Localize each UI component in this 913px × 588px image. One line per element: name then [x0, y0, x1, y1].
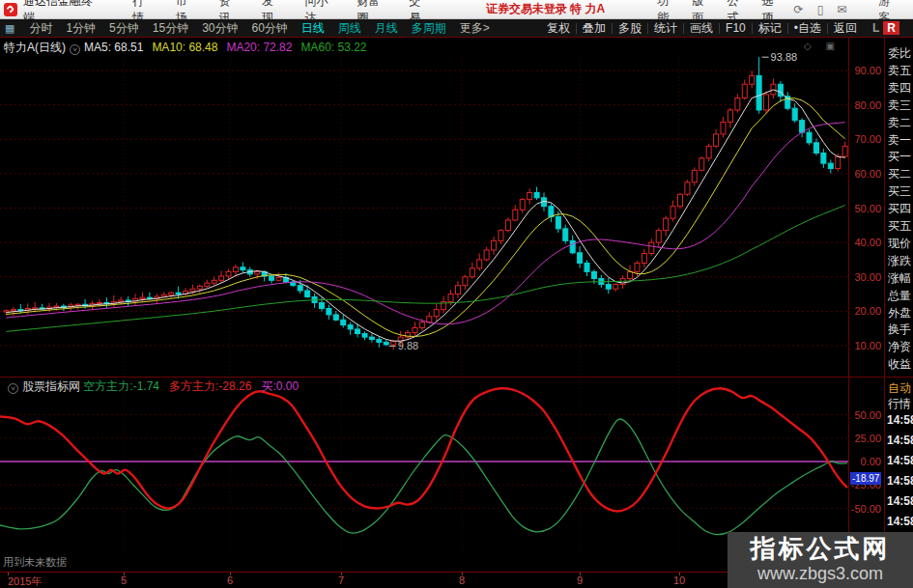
ma10-line: [7, 98, 845, 337]
price-tick-label: 30.00: [854, 271, 881, 283]
order-book-label-卖二: 卖二: [888, 115, 911, 131]
order-book-label-买三: 买三: [888, 183, 911, 200]
order-book-label-卖四: 卖四: [888, 80, 911, 97]
indicator-title-row: ˅股票指标网 空方主力:-1.74多方主力:-28.26买:0.00: [4, 378, 308, 395]
period-tab-60分钟[interactable]: 60分钟: [245, 20, 295, 37]
price-tick-label: 60.00: [854, 168, 881, 180]
main-candlestick-chart[interactable]: 93.889.88: [0, 51, 848, 377]
indicator-values: 空方主力:-1.74多方主力:-28.26买:0.00: [83, 379, 308, 393]
ma60-line: [7, 206, 845, 332]
indicator-tick-label: 0.00: [861, 456, 881, 467]
collapse-icon[interactable]: ˅: [70, 44, 80, 55]
indicator-chart[interactable]: [0, 379, 848, 555]
order-book-label-卖一: 卖一: [888, 132, 911, 149]
order-book-panel: 委比卖五卖四卖三卖二卖一买一买二买三买四买五现价涨跌涨幅总量外盘换手净资收益: [886, 38, 913, 377]
app-logo-icon[interactable]: [4, 3, 17, 16]
order-book-label-买一: 买一: [888, 149, 911, 165]
order-book-label-卖五: 卖五: [888, 63, 911, 79]
feed-time: 14:58: [887, 515, 913, 528]
low-annotation: 9.88: [398, 340, 418, 351]
short-side-line: [0, 419, 847, 535]
last-value-tag: -18.97: [850, 472, 881, 485]
ma-lines: [7, 90, 845, 341]
period-tab-1分钟[interactable]: 1分钟: [59, 20, 102, 37]
watermark-box: 指标公式网 www.zbgs3.com: [728, 532, 913, 588]
ma-label: MA60: 53.22: [300, 41, 366, 54]
layout-left-button[interactable]: L: [872, 21, 879, 35]
feed-tab-行情[interactable]: 行情: [888, 396, 911, 412]
order-book-label-收益: 收益: [888, 356, 911, 373]
x-axis-label-7: 7: [338, 574, 344, 586]
pane-corner-icons[interactable]: ◇ ▣: [804, 41, 841, 51]
future-data-notice: 用到未来数据: [3, 555, 67, 570]
price-tick-label: 40.00: [854, 237, 881, 248]
tdx-terminal-window: 通达信金融终端 行情市场资讯发现问小达财富圈交易 证券交易未登录 特 力A 功能…: [0, 0, 913, 588]
period-tab-日线[interactable]: 日线: [295, 20, 331, 37]
x-axis-label-5: 5: [121, 574, 127, 586]
indicator-tick-label: -50.00: [851, 503, 881, 515]
toolbar-button-画线[interactable]: 画线: [684, 20, 719, 37]
indicator-pane[interactable]: ˅股票指标网 空方主力:-1.74多方主力:-28.26买:0.00 用到未来数…: [0, 377, 848, 572]
indicator-value-label: 空方主力:-1.74: [83, 379, 159, 393]
indicator-name: 股票指标网: [22, 379, 80, 393]
period-tab-多周期[interactable]: 多周期: [405, 20, 453, 37]
price-tick-label: 10.00: [854, 340, 881, 351]
high-annotation: 93.88: [771, 51, 798, 63]
toolbar-button-复权[interactable]: 复权: [541, 20, 576, 37]
x-axis-label-8: 8: [459, 574, 465, 586]
order-book-label-委比: 委比: [888, 45, 911, 62]
period-tab-5分钟[interactable]: 5分钟: [102, 20, 146, 37]
period-tab-分时[interactable]: 分时: [22, 20, 59, 37]
toolbar-button-统计[interactable]: 统计: [648, 20, 683, 37]
period-tabs: 分时1分钟5分钟15分钟30分钟60分钟日线周线月线多周期更多>: [22, 20, 496, 37]
order-book-label-外盘: 外盘: [888, 305, 911, 322]
price-tick-label: 80.00: [854, 99, 881, 111]
ma-label: MA10: 68.48: [152, 41, 217, 54]
watermark-title: 指标公式网: [728, 535, 913, 563]
collapse-icon[interactable]: ˅: [8, 383, 18, 394]
order-book-label-净资: 净资: [888, 339, 911, 355]
toolbar-button-多股[interactable]: 多股: [613, 20, 647, 37]
period-tab-月线[interactable]: 月线: [368, 20, 405, 37]
toolbar-button-F10[interactable]: F10: [720, 21, 752, 35]
toolbar-button-叠加[interactable]: 叠加: [577, 20, 612, 37]
toolbar-button-•自选[interactable]: •自选: [788, 20, 827, 37]
indicator-value-label: 买:0.00: [261, 379, 299, 393]
grid: [0, 57, 848, 377]
ma-label: MA5: 68.51: [84, 41, 143, 54]
mail-icon[interactable]: ✉: [830, 3, 853, 16]
toolbar-button-返回[interactable]: 返回: [828, 20, 863, 37]
period-tab-30分钟[interactable]: 30分钟: [195, 20, 244, 37]
order-book-label-现价: 现价: [888, 236, 911, 252]
ma-label: MA20: 72.82: [226, 41, 292, 54]
layout-right-button[interactable]: R: [883, 21, 899, 35]
toolbar-button-标记[interactable]: 标记: [753, 20, 787, 37]
indicator-tick-label: 25.00: [854, 433, 881, 444]
order-book-label-买四: 买四: [888, 201, 911, 217]
period-tab-更多>[interactable]: 更多>: [453, 20, 497, 37]
order-book-label-换手: 换手: [888, 322, 911, 338]
refresh-icon[interactable]: ⟳: [787, 3, 811, 16]
x-axis-label-2015年: 2015年: [8, 574, 42, 588]
feed-time: 14:58: [887, 494, 913, 508]
ma-legend: MA5: 68.51MA10: 68.48MA20: 72.82MA60: 53…: [84, 41, 376, 54]
order-book-label-买五: 买五: [888, 218, 911, 235]
feed-time: 14:58: [887, 474, 913, 488]
price-tick-label: 20.00: [854, 305, 881, 317]
device-icon[interactable]: ▯: [811, 3, 831, 16]
x-axis-label-9: 9: [577, 574, 583, 586]
order-book-label-涨幅: 涨幅: [888, 270, 911, 287]
feed-time: 14:58: [887, 434, 913, 447]
order-book-label-涨跌: 涨跌: [888, 253, 911, 269]
period-tab-周线[interactable]: 周线: [331, 20, 368, 37]
period-tab-15分钟[interactable]: 15分钟: [146, 20, 195, 37]
login-status[interactable]: 证券交易未登录 特 力A: [486, 1, 605, 17]
window-layout-icon[interactable]: ▦: [5, 22, 14, 35]
stock-title: 特力A(日线): [4, 41, 66, 54]
price-axis: 90.0080.0070.0060.0050.0040.0030.0020.00…: [848, 38, 885, 377]
feed-tab-自动[interactable]: 自动: [888, 380, 911, 397]
menu-bar: 通达信金融终端 行情市场资讯发现问小达财富圈交易 证券交易未登录 特 力A 功能…: [0, 0, 913, 19]
main-chart-pane[interactable]: 特力A(日线)˅MA5: 68.51MA10: 68.48MA20: 72.82…: [0, 38, 848, 377]
x-axis-label-10: 10: [673, 574, 685, 586]
order-book-label-总量: 总量: [888, 288, 911, 304]
